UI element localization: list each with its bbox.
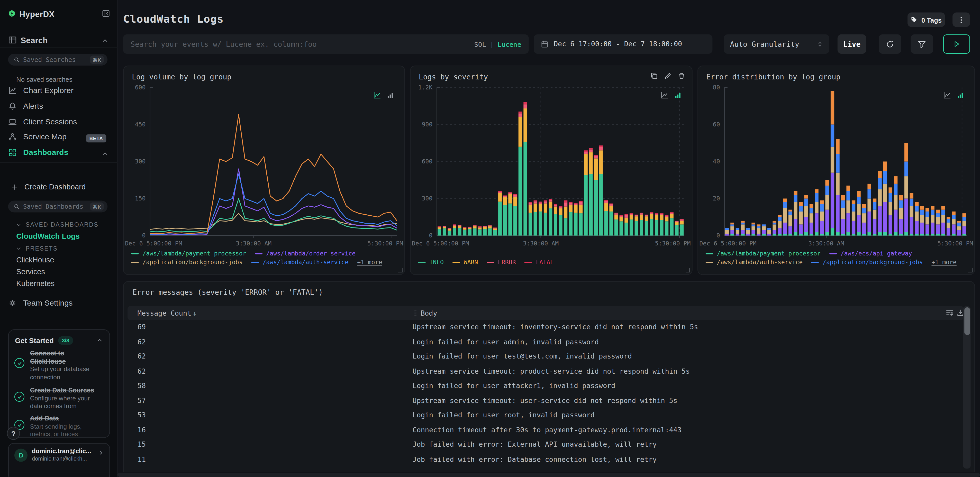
- legend-item[interactable]: /aws/lambda/payment-processor: [131, 250, 246, 257]
- table-row[interactable]: 15Job failed with error: External API un…: [127, 437, 959, 452]
- legend-item[interactable]: FATAL: [525, 259, 554, 266]
- table-row[interactable]: 62Login failed for user test@test.com, i…: [127, 349, 959, 364]
- table-row[interactable]: 57Upstream service timeout: user-service…: [127, 393, 959, 408]
- create-dashboard-button[interactable]: Create Dashboard: [11, 183, 86, 191]
- event-search-box[interactable]: SQL | Lucene: [123, 35, 529, 54]
- legend-item[interactable]: /aws/lambda/order-service: [255, 250, 356, 257]
- sidebar-item-service-map[interactable]: Service Map: [8, 132, 67, 141]
- cell-count: 15: [127, 441, 413, 449]
- table-row[interactable]: 11Job failed with error: Database connec…: [127, 452, 959, 467]
- filter-button[interactable]: [911, 35, 933, 54]
- get-started-step-3[interactable]: Add Data Start sending logs, metrics, or…: [14, 414, 106, 439]
- legend-item[interactable]: /aws/lambda/auth-service: [706, 259, 803, 266]
- table-row[interactable]: 62Upstream service timeout: product-serv…: [127, 364, 959, 378]
- table-scrollbar-thumb[interactable]: [964, 307, 970, 335]
- saved-searches-input[interactable]: [23, 56, 90, 63]
- sidebar-item-chart-explorer[interactable]: Chart Explorer: [8, 86, 73, 95]
- sql-toggle[interactable]: SQL: [474, 40, 486, 48]
- error-distribution-chart[interactable]: 020406080Dec 6 5:00:00 PM3:30:00 AM5:30:…: [698, 66, 976, 275]
- sidebar-dashboard-cloudwatch-logs[interactable]: CloudWatch Logs: [16, 232, 80, 240]
- chevron-right-icon: [97, 449, 104, 456]
- sidebar-preset-kubernetes[interactable]: Kubernetes: [16, 279, 54, 288]
- line-chart-icon[interactable]: [943, 91, 951, 99]
- log-volume-chart[interactable]: 0150300450600Dec 6 5:00:00 PM3:30:00 AM5…: [124, 66, 406, 275]
- line-chart-icon[interactable]: [373, 91, 381, 99]
- help-button[interactable]: ?: [7, 427, 20, 440]
- table-row[interactable]: 58Login failed for user attacker1, inval…: [127, 378, 959, 393]
- saved-searches-search[interactable]: ⌘K: [8, 54, 108, 65]
- cell-body: Job failed with error: Database connecti…: [413, 455, 657, 464]
- event-search-input[interactable]: [130, 40, 474, 48]
- presets-group[interactable]: PRESETS: [16, 245, 58, 252]
- live-label: Live: [843, 40, 861, 48]
- table-row[interactable]: 53Login failed for user root, invalid pa…: [127, 408, 959, 423]
- sidebar-item-team-settings[interactable]: Team Settings: [8, 299, 73, 307]
- line-chart-icon[interactable]: [661, 91, 669, 99]
- saved-dashboards-group[interactable]: SAVED DASHBOARDS: [16, 221, 99, 228]
- wrap-text-icon[interactable]: [945, 308, 954, 317]
- collapse-sidebar-icon[interactable]: [102, 9, 110, 17]
- sidebar-preset-clickhouse[interactable]: ClickHouse: [16, 256, 54, 264]
- legend-item[interactable]: /aws/ecs/api-gateway: [829, 250, 912, 257]
- bar-chart-icon[interactable]: [674, 91, 682, 99]
- bar-chart-icon[interactable]: [956, 91, 964, 99]
- resize-handle[interactable]: [686, 268, 690, 272]
- chart-type-toggle: [661, 91, 682, 99]
- column-message-count[interactable]: Message Count ↓: [127, 309, 413, 317]
- column-body[interactable]: Body: [413, 309, 437, 317]
- legend-item[interactable]: ERROR: [487, 259, 516, 266]
- legend-swatch: [525, 261, 532, 263]
- table-row[interactable]: 16Connection timeout after 30s to paymen…: [127, 423, 959, 437]
- legend-item[interactable]: /application/background-jobs: [811, 259, 923, 266]
- legend-item[interactable]: WARN: [452, 259, 478, 266]
- legend-item[interactable]: /application/background-jobs: [131, 259, 243, 266]
- table-row[interactable]: 69Upstream service timeout: inventory-se…: [127, 320, 959, 335]
- step-title: Connect to ClickHouse: [30, 349, 100, 365]
- logs-by-severity-chart[interactable]: 03006009001.2KDec 6 5:00:00 PM3:30:00 AM…: [410, 66, 693, 275]
- legend-label: FATAL: [536, 259, 554, 266]
- refresh-button[interactable]: [879, 35, 901, 54]
- granularity-select[interactable]: Auto Granularity: [724, 35, 829, 54]
- cell-body: Upstream service timeout: user-service d…: [413, 397, 678, 405]
- legend-label: /aws/lambda/order-service: [266, 250, 356, 257]
- table-row[interactable]: 62Login failed for user admin, invalid p…: [127, 335, 959, 349]
- legend-more-link[interactable]: +1 more: [357, 259, 382, 266]
- legend-item[interactable]: /aws/lambda/payment-processor: [706, 250, 821, 257]
- legend-swatch: [706, 261, 713, 263]
- divider: [0, 47, 118, 47]
- resize-handle[interactable]: [398, 268, 402, 272]
- sidebar-item-search[interactable]: Search: [21, 36, 48, 45]
- legend-more-link[interactable]: +1 more: [931, 259, 956, 266]
- sidebar-item-dashboards[interactable]: Dashboards: [8, 148, 68, 157]
- drag-handle-icon[interactable]: [413, 309, 417, 316]
- date-range-picker[interactable]: Dec 6 17:00:00 - Dec 7 18:00:00: [534, 35, 713, 54]
- horizontal-scrollbar[interactable]: [118, 473, 980, 477]
- sidebar-item-client-sessions[interactable]: Client Sessions: [8, 118, 77, 126]
- refresh-icon: [886, 40, 894, 48]
- dashboards-icon: [8, 148, 17, 157]
- step-desc: Start sending logs, metrics, or traces: [30, 423, 100, 439]
- chevron-up-icon[interactable]: [96, 337, 103, 343]
- tags-button[interactable]: 0 Tags: [907, 13, 945, 27]
- live-button[interactable]: Live: [838, 35, 866, 54]
- get-started-step-1[interactable]: Connect to ClickHouse Set up your databa…: [14, 349, 106, 381]
- legend-item[interactable]: INFO: [418, 259, 444, 266]
- sidebar-preset-services[interactable]: Services: [16, 267, 45, 276]
- chevron-up-icon[interactable]: [101, 150, 109, 157]
- svg-text:450: 450: [135, 121, 146, 128]
- legend-item[interactable]: /aws/lambda/auth-service: [251, 259, 348, 266]
- cell-body: Job failed with error: External API unav…: [413, 441, 657, 449]
- kebab-menu-button[interactable]: [953, 13, 970, 27]
- chevron-up-icon[interactable]: [101, 37, 109, 44]
- user-card[interactable]: D dominic.tran@clic... dominic.tran@clic…: [8, 443, 110, 477]
- get-started-step-2[interactable]: Create Data Sources Configure where your…: [14, 386, 106, 410]
- run-query-button[interactable]: [943, 35, 970, 54]
- table-scrollbar-track[interactable]: [963, 306, 970, 469]
- saved-dashboards-input[interactable]: [23, 203, 90, 210]
- bar-chart-icon[interactable]: [386, 91, 395, 99]
- saved-dashboards-search[interactable]: ⌘K: [8, 200, 108, 212]
- cell-body: Upstream service timeout: inventory-serv…: [413, 323, 698, 331]
- sidebar-item-alerts[interactable]: Alerts: [8, 102, 43, 111]
- resize-handle[interactable]: [968, 268, 972, 272]
- lucene-toggle[interactable]: Lucene: [498, 40, 521, 48]
